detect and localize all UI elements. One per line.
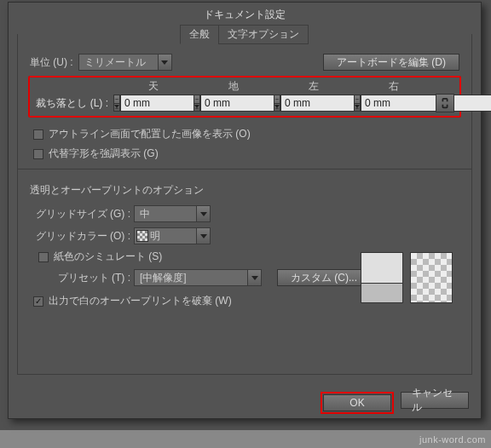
stepper-buttons-icon[interactable]: [113, 95, 120, 112]
chevron-down-icon: [196, 228, 210, 244]
edit-artboards-button[interactable]: アートボードを編集 (D): [323, 54, 459, 71]
chevron-down-icon: [247, 270, 261, 285]
discard-white-overprint-checkbox[interactable]: [33, 296, 43, 307]
stepper-buttons-icon[interactable]: [354, 95, 361, 112]
transparency-section-title: 透明とオーバープリントのオプション: [18, 175, 471, 203]
outline-images-label: アウトライン画面で配置した画像を表示 (O): [49, 127, 251, 141]
checker-swatch-icon: [136, 230, 148, 242]
bleed-header-top: 天: [113, 79, 194, 94]
link-icon: [440, 97, 450, 109]
bleed-left-input[interactable]: [274, 95, 352, 112]
gridsize-value: 中: [135, 207, 196, 221]
cancel-button[interactable]: キャンセル: [401, 392, 469, 409]
units-select[interactable]: ミリメートル: [78, 54, 172, 71]
bleed-top-input[interactable]: [113, 95, 192, 112]
bleed-group-highlight: 天 地 左 右 裁ち落とし (L) :: [28, 76, 461, 118]
gridsize-select[interactable]: 中: [134, 205, 211, 222]
alt-glyph-checkbox[interactable]: [33, 149, 43, 159]
bleed-right-input[interactable]: [354, 95, 432, 112]
bleed-label: 裁ち落とし (L) :: [32, 96, 112, 111]
bleed-header-bottom: 地: [194, 79, 274, 94]
tab-general[interactable]: 全般: [180, 25, 219, 44]
chevron-down-icon: [196, 206, 210, 221]
watermark: junk-word.com: [419, 434, 486, 445]
ok-button[interactable]: OK: [323, 394, 391, 411]
grid-preview-mid: [361, 283, 403, 303]
simulate-paper-checkbox[interactable]: [38, 252, 49, 262]
simulate-paper-label: 紙色のシミュレート (S): [54, 250, 162, 264]
grid-preview-checker: [410, 252, 453, 303]
bleed-right-field[interactable]: [361, 95, 491, 112]
custom-button[interactable]: カスタム (C)...: [277, 269, 371, 286]
bleed-bottom-input[interactable]: [194, 95, 272, 112]
document-setup-dialog: ドキュメント設定 全般 文字オプション 単位 (U) : ミリメートル アートボ…: [8, 2, 482, 419]
stepper-buttons-icon[interactable]: [274, 95, 280, 112]
units-label: 単位 (U) :: [30, 55, 73, 70]
gridcolor-value: 明: [150, 229, 196, 244]
alt-glyph-label: 代替字形を強調表示 (G): [49, 146, 159, 161]
ok-highlight: OK: [321, 392, 394, 414]
bleed-header-left: 左: [274, 79, 354, 94]
bleed-header-right: 右: [354, 79, 434, 94]
gridcolor-select[interactable]: 明: [134, 227, 211, 244]
stepper-buttons-icon[interactable]: [194, 95, 200, 112]
units-value: ミリメートル: [79, 55, 158, 70]
preset-label: プリセット (T) :: [30, 271, 130, 285]
outline-images-checkbox[interactable]: [33, 129, 43, 140]
gridcolor-label: グリッドカラー (O) :: [30, 229, 130, 244]
preset-value: [中解像度]: [135, 271, 247, 285]
preset-select[interactable]: [中解像度]: [134, 269, 262, 286]
gridsize-label: グリッドサイズ (G) :: [30, 207, 130, 221]
link-values-button[interactable]: [436, 94, 454, 112]
discard-white-overprint-label: 出力で白のオーバープリントを破棄 (W): [49, 294, 232, 308]
chevron-down-icon: [158, 55, 171, 70]
tab-text-options[interactable]: 文字オプション: [218, 25, 309, 44]
